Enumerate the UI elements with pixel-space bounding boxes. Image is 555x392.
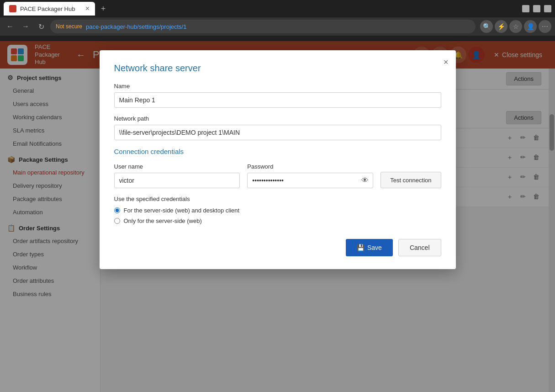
security-warning: Not secure <box>56 23 82 30</box>
tab-close-button[interactable]: × <box>85 5 90 13</box>
credentials-section: User name Password 👁 Test connection <box>114 163 441 188</box>
credentials-usage-group: Use the specified credentials For the se… <box>114 196 441 224</box>
radio-server-only-input[interactable] <box>114 218 120 224</box>
password-label: Password <box>247 163 373 170</box>
save-label: Save <box>367 244 382 251</box>
network-path-field-group: Network path <box>114 115 441 140</box>
network-share-server-modal: × Network share server Name Network path… <box>100 50 456 269</box>
test-connection-button[interactable]: Test connection <box>381 172 441 188</box>
save-button[interactable]: 💾 Save <box>346 239 393 256</box>
save-icon: 💾 <box>357 244 365 251</box>
modal-overlay[interactable]: × Network share server Name Network path… <box>0 41 555 392</box>
username-label: User name <box>114 163 240 170</box>
username-input[interactable] <box>114 173 240 188</box>
modal-title: Network share server <box>114 63 441 74</box>
nav-icons: 🔍 ⚡ ☆ 👤 ⋯ <box>480 20 551 33</box>
settings-dots-icon[interactable]: ⋯ <box>539 20 551 33</box>
back-button[interactable]: ← <box>4 20 16 33</box>
name-label: Name <box>114 83 441 90</box>
forward-button[interactable]: → <box>19 20 32 33</box>
browser-nav: ← → ↻ Not secure pace-packager-hub/setti… <box>0 17 555 36</box>
new-tab-button[interactable]: + <box>97 2 110 15</box>
browser-tabs: PACE Packager Hub × + <box>0 0 555 17</box>
connection-credentials-title: Connection credentials <box>114 148 441 155</box>
search-nav-icon[interactable]: 🔍 <box>480 20 493 33</box>
radio-both-label: For the server-side (web) and desktop cl… <box>124 207 240 214</box>
minimize-button[interactable] <box>522 5 529 12</box>
radio-item-both[interactable]: For the server-side (web) and desktop cl… <box>114 207 441 214</box>
profile-icon[interactable]: 👤 <box>524 20 537 33</box>
favorites-icon[interactable]: ☆ <box>509 20 522 33</box>
close-window-button[interactable] <box>544 5 551 12</box>
network-path-input[interactable] <box>114 125 441 140</box>
radio-item-server-only[interactable]: Only for the server-side (web) <box>114 217 441 224</box>
extensions-icon[interactable]: ⚡ <box>495 20 507 33</box>
modal-close-button[interactable]: × <box>444 58 449 67</box>
address-domain: pace-packager-hub <box>86 23 137 30</box>
name-input[interactable] <box>114 92 441 108</box>
network-path-label: Network path <box>114 115 441 122</box>
password-wrapper: 👁 <box>247 173 373 188</box>
radio-server-only-label: Only for the server-side (web) <box>124 217 202 224</box>
username-col: User name <box>114 163 240 188</box>
name-field-group: Name <box>114 83 441 108</box>
refresh-button[interactable]: ↻ <box>35 20 48 33</box>
maximize-button[interactable] <box>533 5 540 12</box>
password-input[interactable] <box>247 173 373 188</box>
test-connection-col: Test connection <box>381 163 441 188</box>
address-path: /settings/projects/1 <box>137 23 186 30</box>
browser-chrome: PACE Packager Hub × + ← → ↻ Not secure p… <box>0 0 555 41</box>
tab-favicon <box>9 5 16 12</box>
password-toggle-icon[interactable]: 👁 <box>361 176 369 185</box>
cancel-button[interactable]: Cancel <box>398 239 441 256</box>
tab-title: PACE Packager Hub <box>20 5 75 12</box>
address-bar[interactable]: Not secure pace-packager-hub/settings/pr… <box>50 20 476 33</box>
active-tab[interactable]: PACE Packager Hub × <box>4 2 95 16</box>
radio-both-input[interactable] <box>114 207 120 213</box>
use-credentials-label: Use the specified credentials <box>114 196 441 202</box>
address-text: pace-packager-hub/settings/projects/1 <box>86 23 186 30</box>
password-col: Password 👁 <box>247 163 373 188</box>
modal-footer: 💾 Save Cancel <box>114 239 441 256</box>
